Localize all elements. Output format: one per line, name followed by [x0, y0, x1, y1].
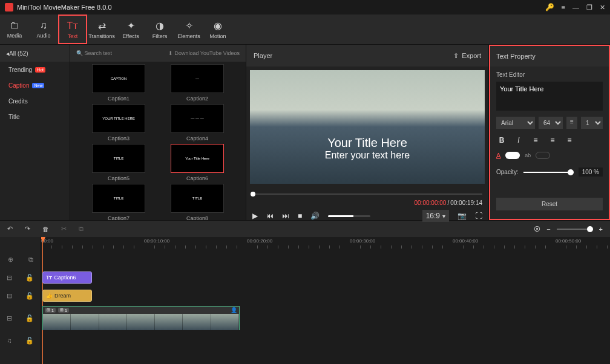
- font-select[interactable]: Arial: [496, 117, 535, 129]
- sidebar-caption[interactable]: CaptionNew: [0, 77, 70, 93]
- sidebar-credits[interactable]: Credits: [0, 93, 70, 109]
- track-lock-1[interactable]: 🔓: [25, 274, 34, 282]
- toolbar-transitions[interactable]: ⇄Transitions: [87, 15, 116, 44]
- hot-badge: Hot: [35, 67, 45, 73]
- delete-button[interactable]: 🗑: [42, 226, 49, 233]
- ruler-label: 00:00:20:00: [247, 238, 272, 244]
- crop-button[interactable]: ⧉: [79, 225, 84, 233]
- italic-button[interactable]: I: [513, 135, 524, 146]
- caption-item[interactable]: CAPTIONCaption1: [82, 64, 155, 102]
- opacity-slider[interactable]: [523, 172, 574, 173]
- font-color-button[interactable]: A: [496, 152, 500, 159]
- video-clip[interactable]: ⊞ 1⊞ 1👤: [42, 306, 240, 330]
- caption-thumb[interactable]: — — —: [171, 104, 224, 133]
- align-left-button[interactable]: ≡: [530, 135, 541, 146]
- align-button[interactable]: ⦿: [534, 226, 540, 233]
- volume-icon[interactable]: 🔊: [310, 212, 320, 220]
- track-audio-icon[interactable]: ♫: [7, 337, 11, 344]
- key-icon[interactable]: 🔑: [545, 3, 554, 11]
- video-track[interactable]: ⊞ 1⊞ 1👤: [41, 305, 610, 331]
- snapshot-button[interactable]: 📷: [457, 212, 467, 220]
- caption-thumb[interactable]: CAPTION: [92, 64, 145, 93]
- zoom-out-button[interactable]: −: [546, 226, 550, 233]
- zoom-in-button[interactable]: +: [599, 226, 603, 233]
- line-spacing-icon[interactable]: ≡: [566, 117, 577, 129]
- reset-button[interactable]: Reset: [496, 198, 603, 210]
- download-link[interactable]: ⬇ Download YouTube Videos: [168, 50, 240, 56]
- track-lock-4[interactable]: 🔓: [25, 337, 34, 345]
- caption-thumb[interactable]: TITLE: [92, 144, 145, 173]
- font-color-swatch[interactable]: [505, 152, 520, 159]
- bold-button[interactable]: B: [496, 135, 507, 146]
- caption-thumb[interactable]: YOUR TITLE HERE: [92, 104, 145, 133]
- track-lock-2[interactable]: 🔓: [25, 292, 34, 300]
- volume-slider[interactable]: [328, 215, 370, 217]
- toolbar-text[interactable]: TᴛText: [58, 15, 87, 44]
- sidebar-title[interactable]: Title: [0, 109, 70, 125]
- track-lock-3[interactable]: 🔓: [25, 314, 34, 322]
- size-select[interactable]: 64: [539, 117, 563, 129]
- text-icon: Tᴛ: [67, 20, 79, 31]
- align-right-button[interactable]: ≡: [564, 135, 575, 146]
- play-button[interactable]: ▶: [252, 212, 258, 220]
- caption-item[interactable]: Your Title HereCaption6: [161, 144, 234, 181]
- caption-thumb[interactable]: TITLE: [92, 184, 145, 213]
- caption-name: Caption1: [108, 96, 130, 102]
- toolbar-filters[interactable]: ◑Filters: [145, 15, 174, 44]
- ruler-label: 00:00:50:00: [556, 238, 581, 244]
- zoom-slider[interactable]: [557, 229, 593, 230]
- effects-icon: ✦: [127, 20, 135, 31]
- text-track[interactable]: TᴛCaption6: [41, 268, 610, 287]
- hamburger-icon[interactable]: ≡: [562, 4, 565, 11]
- redo-button[interactable]: ↷: [25, 225, 30, 233]
- next-button[interactable]: ⏭: [282, 212, 289, 220]
- caption-item[interactable]: TITLECaption8: [161, 184, 234, 220]
- add-track-button[interactable]: ⊕: [8, 256, 13, 264]
- track-visible-3[interactable]: ⊟: [7, 314, 12, 322]
- caption-clip[interactable]: TᴛCaption6: [42, 271, 92, 284]
- sidebar-all[interactable]: ◂ All (52): [0, 45, 70, 62]
- audio-clip[interactable]: 👍Dream: [42, 290, 92, 302]
- track-visible-2[interactable]: ⊟: [7, 292, 12, 300]
- minimize-button[interactable]: —: [572, 4, 579, 11]
- highlight-swatch[interactable]: [536, 152, 550, 159]
- caption-item[interactable]: TITLECaption7: [82, 184, 155, 220]
- stop-button[interactable]: ■: [298, 212, 302, 220]
- music-track[interactable]: [41, 331, 610, 349]
- caption-item[interactable]: — — —Caption4: [161, 104, 234, 141]
- cut-button[interactable]: ✂: [61, 225, 67, 233]
- align-center-button[interactable]: ≡: [547, 135, 558, 146]
- caption-thumb[interactable]: Your Title Here: [171, 144, 224, 173]
- export-button[interactable]: ⇧Export: [453, 52, 481, 60]
- highlight-button[interactable]: ab: [525, 152, 531, 158]
- dup-track-button[interactable]: ⧉: [28, 256, 33, 264]
- caption-item[interactable]: —Caption2: [161, 64, 234, 102]
- caption-thumb[interactable]: —: [171, 64, 224, 93]
- undo-button[interactable]: ↶: [7, 225, 13, 233]
- aspect-ratio-select[interactable]: 16:9 ▾: [422, 210, 449, 222]
- toolbar-elements[interactable]: ✧Elements: [174, 15, 203, 44]
- search-text[interactable]: 🔍 Search text: [76, 50, 112, 56]
- line-select[interactable]: 1: [581, 117, 603, 129]
- text-editor-input[interactable]: Your Title Here: [496, 82, 603, 111]
- sidebar-trending[interactable]: TrendingHot: [0, 62, 70, 77]
- timeline-ruler[interactable]: 00:0000:00:10:0000:00:20:0000:00:30:0000…: [41, 237, 610, 250]
- toolbar-audio[interactable]: ♫Audio: [29, 15, 58, 44]
- toolbar-effects[interactable]: ✦Effects: [116, 15, 145, 44]
- prev-button[interactable]: ⏮: [266, 212, 274, 220]
- text-clip-icon: Tᴛ: [46, 275, 53, 281]
- toolbar-motion[interactable]: ◉Motion: [203, 15, 232, 44]
- caption-thumb[interactable]: TITLE: [171, 184, 224, 213]
- caption-name: Caption6: [186, 175, 208, 181]
- progress-bar[interactable]: [252, 193, 482, 195]
- maximize-button[interactable]: ❐: [586, 4, 592, 11]
- prop-header: Text Property: [490, 46, 609, 67]
- player-viewport[interactable]: Your Title Here Enter your text here: [250, 70, 485, 184]
- caption-item[interactable]: TITLECaption5: [82, 144, 155, 181]
- audio-track[interactable]: 👍Dream: [41, 287, 610, 305]
- toolbar-media[interactable]: 🗀Media: [0, 15, 29, 44]
- caption-item[interactable]: YOUR TITLE HERECaption3: [82, 104, 155, 141]
- close-button[interactable]: ✕: [600, 4, 605, 11]
- fullscreen-button[interactable]: ⛶: [475, 212, 482, 220]
- track-visible-1[interactable]: ⊟: [7, 274, 12, 282]
